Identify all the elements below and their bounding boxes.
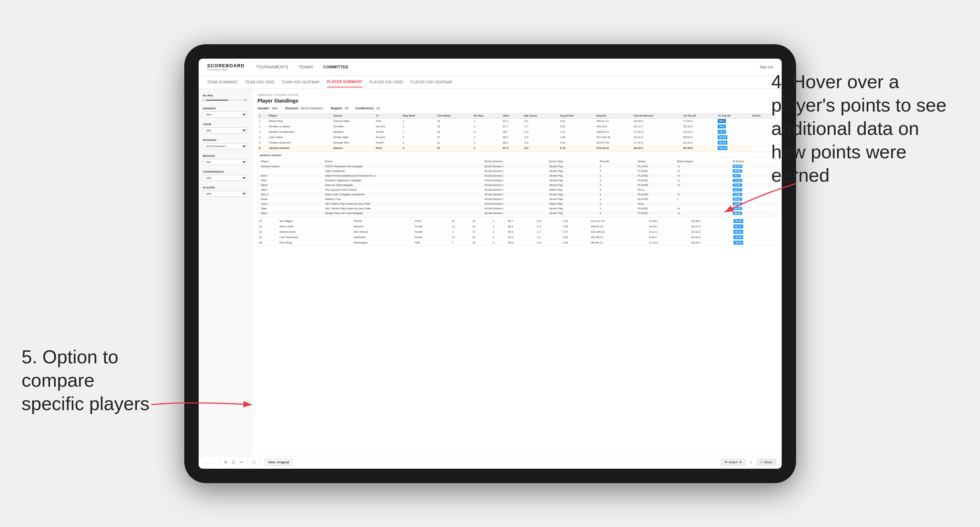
logo-sub: Powered by clippi	[207, 68, 245, 71]
logo-area: SCOREBOARD Powered by clippi	[207, 63, 245, 71]
filters-row: Gender: Men Division: NCAA Division I Re…	[258, 106, 776, 110]
sub-nav-player-h2h-heatmap[interactable]: PLAYER H2H HEATMAP	[410, 77, 452, 87]
nav-committee[interactable]: COMMITTEE	[323, 63, 349, 70]
col-vs-top50: Vs Top 50	[716, 113, 751, 119]
share-button[interactable]: ⇧ Share	[757, 459, 776, 465]
region-select[interactable]: N/A	[203, 159, 247, 165]
popup-section: Jackson Kolson Player Event Event Divisi…	[258, 152, 776, 217]
tablet-screen: SCOREBOARD Powered by clippi TOURNAMENTS…	[199, 59, 782, 469]
sign-out-button[interactable]: Sign out	[760, 65, 773, 69]
slider-fill	[206, 100, 228, 101]
no-rds-section: No Rds. 4 52	[203, 94, 247, 102]
col-no-rds: No Rds.	[472, 113, 501, 119]
right-panel: Update time: 27/01/2024 16:56:26 Player …	[252, 89, 782, 456]
main-content: No Rds. 4 52 Gender Men	[199, 89, 782, 456]
col-vs-top25: Vs Top 25	[682, 113, 716, 119]
slider-row: 4 52	[203, 98, 247, 102]
left-panel: No Rds. 4 52 Gender Men	[199, 89, 252, 456]
sub-nav-player-h2h-grid[interactable]: PLAYER H2H GRID	[370, 77, 403, 87]
standings-table-header: # Player School Yr Reg Rank Conf Rank No…	[258, 113, 776, 119]
section-title: Player Standings	[258, 98, 776, 103]
list-item: TigerSEC Stroke Play hosted by Jerry Pat…	[259, 206, 774, 211]
toolbar-separator-2	[247, 459, 248, 465]
filter-pair-conference: Conference: All	[356, 106, 380, 110]
table-row: 5Christo LamprechtGeorgia TechFourth2212…	[258, 140, 776, 145]
division-filter: Division NCAA Division I	[203, 138, 247, 149]
sub-nav: TEAM SUMMARY TEAM H2H GRID TEAM H2H HEAT…	[199, 76, 782, 89]
list-item: Tiger InvitationalNCAA Division IStroke …	[259, 169, 774, 173]
col-reg-rank: Reg Rank	[401, 113, 436, 119]
nav-tournaments[interactable]: TOURNAMENTS	[256, 63, 288, 70]
conference-label: Conference	[203, 170, 247, 173]
year-filter: Year (All)	[203, 123, 247, 133]
list-item: MarieAmer An IntercollegiateNCAA Divisio…	[259, 183, 774, 187]
conference-select[interactable]: (All)	[203, 175, 247, 181]
col-school: School	[332, 113, 375, 119]
sub-nav-player-summary[interactable]: PLAYER SUMMARY	[327, 77, 363, 87]
filter-pair-region: Region: All	[331, 106, 348, 110]
col-overall-record: Overall Record	[632, 113, 682, 119]
col-rank: #	[258, 113, 267, 119]
filter-pair-gender: Gender: Men	[258, 106, 278, 110]
list-item: Jackson KolsonUNCW Seahawk Intercollegia…	[259, 163, 774, 169]
standings-table: # Player School Yr Reg Rank Conf Rank No…	[258, 113, 776, 151]
player-select[interactable]: (All)	[203, 190, 247, 197]
slider-min: 4	[203, 98, 204, 102]
col-avg-sg: Avg SG	[595, 113, 632, 119]
lower-table-body: 22Ian GilliganFloridaThird1024168.7-0.81…	[258, 219, 776, 246]
table-row: 4Luke ClatonFlorida StateSecond527268.2-…	[258, 135, 776, 140]
table-row: 1Wenyi DingArizona StateFirst115167.1-3.…	[258, 118, 776, 124]
sub-nav-team-h2h-grid[interactable]: TEAM H2H GRID	[245, 77, 275, 87]
list-item: Matt IMirabel Maui Jim IntercollegiateNC…	[259, 211, 774, 216]
top-nav: SCOREBOARD Powered by clippi TOURNAMENTS…	[199, 59, 782, 76]
division-select[interactable]: NCAA Division I	[203, 143, 247, 149]
gender-select[interactable]: Men	[203, 111, 247, 117]
table-row-highlighted: 6Jackson KolsonAuburnFirst227167.5-2.02.…	[258, 145, 776, 151]
popup-player-name: Jackson Kolson	[259, 154, 282, 157]
gender-label: Gender	[203, 107, 247, 110]
undo-button[interactable]: ←	[204, 460, 208, 464]
table-row: 22Ian GilliganFloridaThird1024168.7-0.81…	[258, 219, 776, 224]
sub-nav-team-h2h-heatmap[interactable]: TEAM H2H HEATMAP	[282, 77, 320, 87]
division-label: Division	[203, 138, 247, 142]
table-row: 25Cole SherwoodVanderbiltFourth1223069.9…	[258, 235, 776, 240]
copy-button[interactable]: 📋	[231, 460, 235, 464]
col-adj-score: Adj. Score	[522, 113, 558, 119]
share-icon: ⇧	[760, 460, 763, 464]
region-filter: Region N/A	[203, 154, 247, 165]
redo-button[interactable]: →	[212, 460, 215, 464]
popup-table-body: Jackson KolsonUNCW Seahawk Intercollegia…	[259, 163, 774, 216]
sub-nav-team-summary[interactable]: TEAM SUMMARY	[207, 77, 238, 87]
year-label: Year	[203, 123, 247, 126]
annotation-bottom-left: 5. Option to compare specific players	[22, 345, 158, 416]
logo-scoreboard: SCOREBOARD	[207, 63, 245, 68]
year-select[interactable]: (All)	[203, 127, 247, 133]
filter-pair-division: Division: NCAA Division I	[285, 106, 324, 110]
list-item: Jake IThe Cypress Point ClassicNCAA Divi…	[259, 187, 774, 192]
update-time: Update time: 27/01/2024 16:56:26	[258, 93, 776, 97]
player-filter: Player (All)	[203, 186, 247, 197]
bottom-toolbar: ← → ⚙ 📋 ••• ◯ View: Original 👁 Watch ▼ ⇓	[199, 456, 782, 469]
table-row: 24Bastien AmatNew MexicoFourth127269.4-1…	[258, 229, 776, 235]
settings-button[interactable]: •••	[240, 460, 243, 464]
table-row: 3Michael ThorbjornsenStanfordFourth12006…	[258, 129, 776, 135]
toolbar-separator-3	[260, 459, 260, 465]
outer-wrapper: SCOREBOARD Powered by clippi TOURNAMENTS…	[0, 0, 980, 527]
download-button[interactable]: ⇓	[750, 460, 752, 464]
no-rds-label: No Rds.	[203, 94, 247, 97]
watch-button[interactable]: 👁 Watch ▼	[721, 459, 745, 465]
col-player: Player	[267, 113, 332, 119]
slider-track[interactable]	[206, 100, 243, 101]
table-row: 2Michael La SassoOle MissSecond118067.1-…	[258, 124, 776, 129]
eye-icon: 👁	[724, 460, 728, 464]
popup-header: Jackson Kolson	[259, 154, 774, 158]
nav-teams[interactable]: TEAMS	[299, 63, 313, 70]
view-original-button[interactable]: View: Original	[264, 459, 293, 465]
toolbar-separator-1	[220, 459, 220, 465]
filter-button[interactable]: ⚙	[224, 460, 227, 464]
player-label: Player	[203, 186, 247, 189]
table-row: 26Petr HrubyWashingtonFifth723068.6-1.61…	[258, 240, 776, 245]
chevron-down-icon: ▼	[739, 460, 742, 464]
list-item: DavidWilliams CupNCAA Division IStroke P…	[259, 197, 774, 202]
clock-button[interactable]: ◯	[252, 460, 256, 464]
